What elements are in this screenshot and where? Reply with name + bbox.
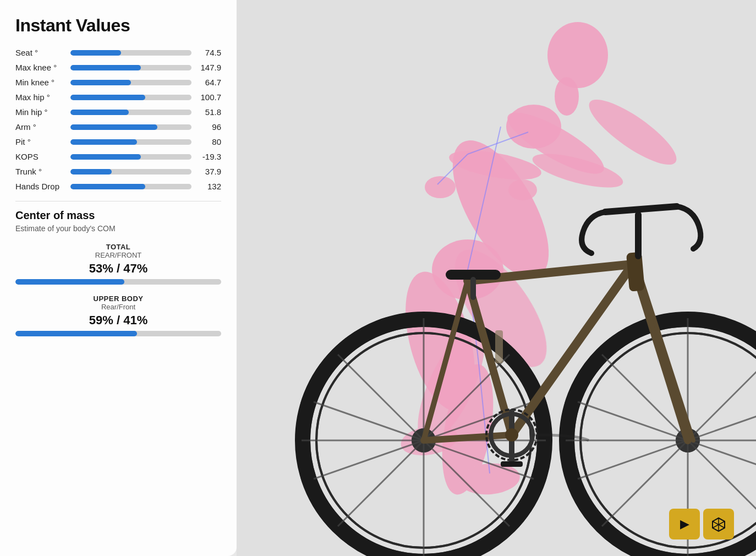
play-button[interactable]: ▶ bbox=[669, 509, 700, 539]
metric-bar-container bbox=[70, 169, 191, 175]
metric-label: Seat ° bbox=[15, 48, 66, 57]
metric-value: 132 bbox=[196, 182, 221, 191]
com-upper-bar bbox=[15, 331, 221, 336]
com-upper-label: UPPER BODY bbox=[15, 295, 221, 303]
metric-value: 100.7 bbox=[196, 92, 221, 102]
metric-value: -19.3 bbox=[196, 152, 221, 161]
metrics-container: Seat °74.5Max knee °147.9Min knee °64.7M… bbox=[15, 48, 221, 191]
metric-bar-container bbox=[70, 50, 191, 56]
metric-bar-container bbox=[70, 124, 191, 130]
metric-bar-fill bbox=[70, 95, 145, 100]
metric-bar-fill bbox=[70, 139, 137, 145]
metric-value: 147.9 bbox=[196, 63, 221, 72]
svg-rect-58 bbox=[495, 330, 503, 363]
svg-point-10 bbox=[555, 77, 579, 116]
metric-value: 37.9 bbox=[196, 167, 221, 176]
metric-label: Min knee ° bbox=[15, 78, 66, 87]
com-upper-values: 59% / 41% bbox=[15, 313, 221, 328]
svg-point-9 bbox=[547, 22, 608, 88]
metric-row: Arm °96 bbox=[15, 122, 221, 132]
metric-row: Max hip °100.7 bbox=[15, 92, 221, 102]
metric-bar-container bbox=[70, 80, 191, 85]
svg-point-16 bbox=[508, 179, 537, 200]
section-divider bbox=[15, 201, 221, 201]
metric-label: Arm ° bbox=[15, 122, 66, 132]
com-total-sublabel: REAR/FRONT bbox=[15, 251, 221, 259]
com-total-values: 53% / 47% bbox=[15, 261, 221, 276]
metric-bar-fill bbox=[70, 184, 145, 189]
metric-label: KOPS bbox=[15, 152, 66, 161]
metric-label: Trunk ° bbox=[15, 167, 66, 176]
metric-bar-fill bbox=[70, 154, 141, 160]
svg-point-17 bbox=[506, 105, 561, 149]
metric-row: Trunk °37.9 bbox=[15, 167, 221, 176]
metric-bar-container bbox=[70, 184, 191, 189]
com-total-bar bbox=[15, 279, 221, 285]
metric-row: Pit °80 bbox=[15, 137, 221, 146]
metric-value: 80 bbox=[196, 137, 221, 146]
metric-value: 96 bbox=[196, 122, 221, 132]
metric-label: Max hip ° bbox=[15, 92, 66, 102]
metric-bar-fill bbox=[70, 65, 141, 70]
metric-bar-container bbox=[70, 95, 191, 100]
metric-row: Hands Drop132 bbox=[15, 182, 221, 191]
metric-label: Pit ° bbox=[15, 137, 66, 146]
metric-row: Seat °74.5 bbox=[15, 48, 221, 57]
metric-bar-container bbox=[70, 65, 191, 70]
metric-value: 51.8 bbox=[196, 107, 221, 117]
metric-row: Max knee °147.9 bbox=[15, 63, 221, 72]
com-upper-block: UPPER BODY Rear/Front 59% / 41% bbox=[15, 295, 221, 336]
com-total-label: TOTAL bbox=[15, 243, 221, 251]
metric-value: 74.5 bbox=[196, 48, 221, 57]
svg-point-59 bbox=[505, 428, 518, 441]
metric-bar-fill bbox=[70, 50, 121, 56]
com-total-block: TOTAL REAR/FRONT 53% / 47% bbox=[15, 243, 221, 285]
cube-button[interactable] bbox=[703, 509, 734, 539]
metric-label: Min hip ° bbox=[15, 107, 66, 117]
com-subtitle: Estimate of your body's COM bbox=[15, 224, 221, 233]
svg-rect-57 bbox=[501, 461, 523, 467]
metric-bar-fill bbox=[70, 110, 129, 115]
metric-bar-container bbox=[70, 154, 191, 160]
panel-title: Instant Values bbox=[15, 15, 221, 36]
metric-bar-fill bbox=[70, 124, 157, 130]
metric-bar-container bbox=[70, 139, 191, 145]
bike-svg bbox=[237, 0, 756, 556]
control-buttons: ▶ bbox=[669, 509, 734, 539]
metric-label: Hands Drop bbox=[15, 182, 66, 191]
metric-bar-fill bbox=[70, 169, 112, 175]
metric-value: 64.7 bbox=[196, 78, 221, 87]
com-total-bar-fill bbox=[15, 279, 124, 285]
metric-row: KOPS-19.3 bbox=[15, 152, 221, 161]
bike-illustration-area: ▶ bbox=[237, 0, 756, 556]
metric-bar-container bbox=[70, 110, 191, 115]
left-panel: Instant Values Seat °74.5Max knee °147.9… bbox=[0, 0, 237, 556]
com-upper-sublabel: Rear/Front bbox=[15, 303, 221, 311]
com-upper-bar-fill bbox=[15, 331, 137, 336]
metric-label: Max knee ° bbox=[15, 63, 66, 72]
metric-bar-fill bbox=[70, 80, 131, 85]
metric-row: Min knee °64.7 bbox=[15, 78, 221, 87]
com-section-title: Center of mass bbox=[15, 209, 221, 222]
svg-point-15 bbox=[425, 176, 456, 198]
cube-icon bbox=[711, 516, 726, 532]
metric-row: Min hip °51.8 bbox=[15, 107, 221, 117]
